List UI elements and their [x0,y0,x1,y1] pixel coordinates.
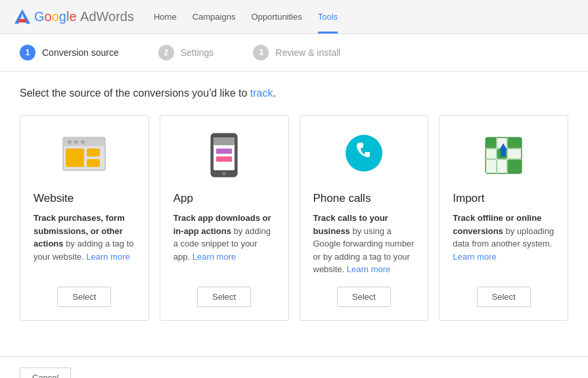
step-2-number: 2 [158,45,174,60]
step-2-label: Settings [181,47,214,58]
svg-rect-15 [216,156,232,162]
cancel-area: Cancel [0,356,588,379]
website-icon [34,129,135,181]
svg-rect-27 [486,160,496,173]
svg-rect-30 [501,150,506,156]
svg-point-5 [68,140,72,144]
svg-rect-25 [486,149,496,158]
logo: Google AdWords [13,8,134,26]
adwords-logo-icon [13,8,32,26]
phone-learn-more[interactable]: Learn more [347,264,390,274]
page-title: Select the source of the conversions you… [20,87,568,99]
logo-text: Google AdWords [34,9,134,24]
app-icon [173,129,275,181]
step-1-label: Conversion source [42,47,119,58]
website-select-button[interactable]: Select [57,287,111,307]
step-3: 3 Review & install [253,45,340,60]
svg-rect-10 [87,159,100,167]
card-website: Website Track purchases, form submission… [20,115,149,321]
step-3-label: Review & install [275,47,340,58]
step-1: 1 Conversion source [20,45,119,60]
svg-rect-2 [18,19,26,22]
card-website-desc: Track purchases, form submissions, or ot… [34,212,135,276]
import-icon [453,129,554,181]
svg-point-16 [222,172,226,176]
app-learn-more[interactable]: Learn more [192,252,236,262]
step-1-number: 1 [20,45,35,60]
phone-select-button[interactable]: Select [337,287,391,307]
svg-point-6 [74,140,78,144]
header: Google AdWords Home Campaigns Opportunit… [0,0,588,34]
card-import: Import Track offline or online conversio… [439,115,568,321]
card-import-title: Import [453,192,554,205]
svg-point-7 [81,140,85,144]
cancel-button[interactable]: Cancel [20,367,71,379]
website-learn-more[interactable]: Learn more [86,252,129,262]
card-phone: Phone calls Track calls to your business… [300,115,429,321]
nav-campaigns[interactable]: Campaigns [192,0,236,34]
svg-rect-14 [216,149,232,154]
svg-rect-9 [87,149,100,156]
main-content: Select the source of the conversions you… [0,72,588,356]
nav-home[interactable]: Home [154,0,177,34]
app-select-button[interactable]: Select [197,287,251,307]
nav-opportunities[interactable]: Opportunities [251,0,302,34]
card-phone-title: Phone calls [313,192,415,205]
svg-rect-26 [508,149,521,158]
card-app: App Track app downloads or in-app action… [160,115,289,321]
import-learn-more[interactable]: Learn more [453,252,496,262]
conversion-cards: Website Track purchases, form submission… [20,115,568,321]
step-2: 2 Settings [158,45,214,60]
card-import-desc: Track offline or online conversions by u… [453,212,554,276]
main-nav: Home Campaigns Opportunities Tools [154,0,338,34]
card-website-title: Website [34,192,135,205]
card-app-title: App [173,192,275,205]
import-select-button[interactable]: Select [477,287,531,307]
stepper: 1 Conversion source 2 Settings 3 Review … [0,34,588,72]
nav-tools[interactable]: Tools [318,0,338,34]
svg-rect-8 [66,149,84,167]
card-phone-desc: Track calls to your business by using a … [313,212,415,276]
svg-rect-13 [214,137,235,145]
phone-calls-icon [313,129,415,181]
svg-rect-28 [497,160,507,173]
card-app-desc: Track app downloads or in-app actions by… [173,212,275,276]
step-3-number: 3 [253,45,269,60]
